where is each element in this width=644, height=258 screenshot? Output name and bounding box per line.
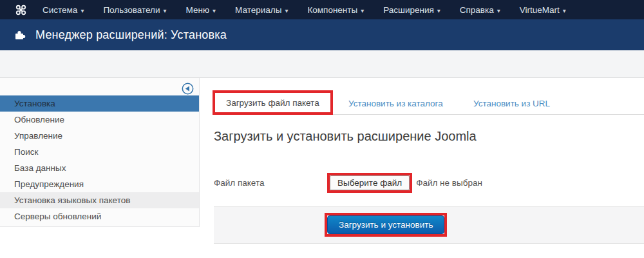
package-file-label: Файл пакета: [214, 178, 327, 188]
sidebar: Установка Обновление Управление Поиск Ба…: [0, 78, 200, 227]
menu-item-label: Пользователи: [103, 5, 160, 15]
menu-item-content[interactable]: Материалы ▾: [225, 0, 298, 19]
sidebar-item-update[interactable]: Обновление: [0, 112, 199, 128]
section-heading: Загрузить и установить расширение Joomla: [214, 129, 644, 144]
sidebar-menu: Установка Обновление Управление Поиск Ба…: [0, 95, 199, 224]
tab-upload-package-file[interactable]: Загрузить файл пакета: [213, 90, 333, 115]
choose-file-button[interactable]: Выберите файл: [330, 175, 410, 190]
menu-item-label: VirtueMart: [520, 5, 560, 15]
menu-item-menus[interactable]: Меню ▾: [176, 0, 226, 19]
puzzle-piece-icon: [14, 30, 26, 41]
page-title: Менеджер расширений: Установка: [35, 28, 227, 42]
package-file-row: Файл пакета Выберите файл Файл не выбран: [214, 172, 644, 193]
sidebar-item-database[interactable]: База данных: [0, 160, 199, 176]
chevron-down-icon: ▾: [497, 7, 500, 14]
sidebar-item-manage[interactable]: Управление: [0, 128, 199, 144]
menu-item-label: Расширения: [383, 5, 434, 15]
main-layout: Установка Обновление Управление Поиск Ба…: [0, 78, 644, 257]
upload-install-button[interactable]: Загрузить и установить: [327, 215, 444, 234]
content-area: Загрузить файл пакета Установить из ката…: [214, 78, 644, 244]
install-tabs: Загрузить файл пакета Установить из ката…: [214, 78, 644, 115]
form-actions: Загрузить и установить: [214, 206, 644, 244]
menu-item-label: Материалы: [235, 5, 281, 15]
menu-item-label: Компоненты: [307, 5, 357, 15]
admin-menu: Система ▾ Пользователи ▾ Меню ▾ Материал…: [33, 0, 576, 19]
menu-item-extensions[interactable]: Расширения ▾: [374, 0, 450, 19]
file-input-annotation-box: Выберите файл: [327, 173, 412, 193]
tab-install-from-directory[interactable]: Установить из каталога: [348, 99, 443, 108]
chevron-down-icon: ▾: [437, 7, 440, 14]
chevron-down-icon: ▾: [563, 7, 566, 14]
menu-item-label: Справка: [460, 5, 494, 15]
admin-menu-bar: Система ▾ Пользователи ▾ Меню ▾ Материал…: [0, 0, 644, 19]
sidebar-item-install[interactable]: Установка: [0, 95, 199, 112]
menu-item-components[interactable]: Компоненты ▾: [298, 0, 374, 19]
menu-item-system[interactable]: Система ▾: [33, 0, 93, 19]
chevron-down-icon: ▾: [213, 7, 216, 14]
menu-item-label: Меню: [186, 5, 210, 15]
sidebar-item-update-sites[interactable]: Серверы обновлений: [0, 208, 199, 224]
menu-item-users[interactable]: Пользователи ▾: [93, 0, 176, 19]
sidebar-item-install-languages[interactable]: Установка языковых пакетов: [0, 192, 199, 208]
file-status-text: Файл не выбран: [416, 178, 482, 188]
chevron-down-icon: ▾: [285, 7, 288, 14]
chevron-down-icon: ▾: [164, 7, 167, 14]
joomla-logo-icon: [15, 5, 26, 15]
sidebar-collapse-icon[interactable]: [182, 83, 194, 95]
menu-item-virtuemart[interactable]: VirtueMart ▾: [510, 0, 576, 19]
page-title-bar: Менеджер расширений: Установка: [0, 19, 644, 50]
chevron-down-icon: ▾: [361, 7, 364, 14]
tab-install-from-url[interactable]: Установить из URL: [473, 99, 550, 108]
menu-item-label: Система: [43, 5, 77, 15]
tab-label: Загрузить файл пакета: [226, 98, 319, 108]
toolbar-strip: [0, 50, 644, 78]
chevron-down-icon: ▾: [80, 7, 84, 14]
menu-item-help[interactable]: Справка ▾: [450, 0, 510, 19]
sidebar-item-warnings[interactable]: Предупреждения: [0, 176, 199, 192]
submit-annotation-box: Загрузить и установить: [325, 213, 447, 237]
sidebar-item-discover[interactable]: Поиск: [0, 144, 199, 160]
